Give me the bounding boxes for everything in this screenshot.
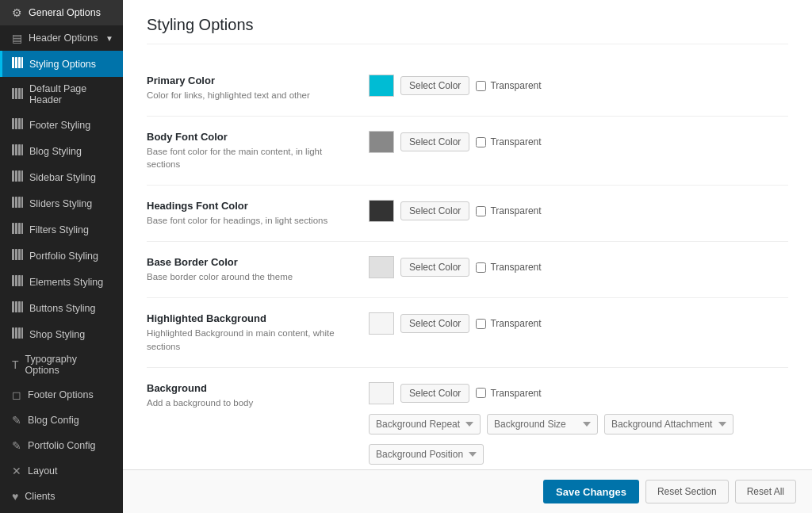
sidebar-item-portfolio-config[interactable]: ✎Portfolio Config [0,433,123,458]
color-row-primary-color: Select ColorTransparent [369,75,788,97]
option-label-col-base-border-color: Base Border ColorBase border color aroun… [147,256,353,283]
sidebar-item-label-footer-styling: Footer Styling [29,120,90,131]
options-container: Primary ColorColor for links, highlighte… [147,60,788,469]
transparent-label-background: Transparent [490,388,541,399]
blog-config-icon: ✎ [12,414,21,427]
option-row-base-border-color: Base Border ColorBase border color aroun… [147,242,788,298]
svg-rect-19 [21,170,23,182]
option-label-col-primary-color: Primary ColorColor for links, highlighte… [147,75,353,101]
svg-rect-26 [18,223,21,234]
transparent-wrap-background[interactable]: Transparent [476,388,541,399]
svg-rect-14 [18,144,21,155]
sidebar-item-portfolio-styling[interactable]: Portfolio Styling [0,243,123,269]
sidebar-item-styling-options[interactable]: Styling Options [0,51,123,77]
select-color-button-highlighted-background[interactable]: Select Color [400,314,469,333]
svg-rect-39 [21,301,23,312]
svg-rect-11 [21,118,23,129]
svg-rect-18 [18,170,21,182]
reset-all-button[interactable]: Reset All [735,480,796,503]
sliders-styling-icon [12,197,23,210]
page-title: Styling Options [147,16,788,44]
transparent-wrap-highlighted-background[interactable]: Transparent [476,318,541,329]
sidebar-item-footer-styling[interactable]: Footer Styling [0,112,123,138]
option-controls-base-border-color: Select ColorTransparent [369,256,788,278]
portfolio-styling-icon [12,249,23,262]
layout-icon: ✕ [12,465,21,477]
svg-rect-31 [21,249,23,260]
dropdown-bg-repeat[interactable]: Background Repeat [369,414,481,435]
footer-options-icon: ◻ [12,389,21,401]
transparent-checkbox-primary-color[interactable] [476,81,486,91]
svg-rect-10 [18,118,21,129]
transparent-checkbox-background[interactable] [476,388,486,398]
color-swatch-base-border-color[interactable] [369,256,394,278]
svg-rect-16 [12,170,14,182]
sidebar-item-buttons-styling[interactable]: Buttons Styling [0,295,123,321]
bottom-bar: Save Changes Reset Section Reset All [123,469,812,513]
sidebar-item-layout[interactable]: ✕Layout [0,458,123,484]
color-row-headings-font-color: Select ColorTransparent [369,200,788,222]
sidebar-item-default-page-header[interactable]: Default Page Header [0,77,123,112]
svg-rect-12 [12,144,14,155]
sidebar-item-filters-styling[interactable]: Filters Styling [0,216,123,243]
sidebar-item-label-buttons-styling: Buttons Styling [29,303,95,314]
option-label-base-border-color: Base Border Color [147,256,353,268]
footer-styling-icon [12,118,23,132]
transparent-wrap-primary-color[interactable]: Transparent [476,80,541,91]
sidebar-item-shop-styling[interactable]: Shop Styling [0,321,123,347]
sidebar-item-sliders-styling[interactable]: Sliders Styling [0,190,123,216]
svg-rect-28 [12,249,14,260]
option-row-background: BackgroundAdd a background to bodySelect… [147,368,788,469]
sidebar-item-label-clients: Clients [25,491,55,502]
transparent-wrap-headings-font-color[interactable]: Transparent [476,205,541,216]
option-label-body-font-color: Body Font Color [147,131,353,143]
transparent-checkbox-highlighted-background[interactable] [476,319,486,329]
color-swatch-headings-font-color[interactable] [369,200,394,222]
transparent-wrap-base-border-color[interactable]: Transparent [476,262,541,273]
elements-styling-icon [12,275,23,289]
transparent-wrap-body-font-color[interactable]: Transparent [476,136,541,147]
select-color-button-headings-font-color[interactable]: Select Color [400,201,469,220]
sidebar-item-blog-styling[interactable]: Blog Styling [0,138,123,164]
svg-rect-4 [12,88,14,99]
sidebar-item-label-portfolio-styling: Portfolio Styling [29,251,98,262]
sidebar-item-header-options[interactable]: ▤Header Options▼ [0,25,123,51]
sidebar-item-general-options[interactable]: ⚙General Options [0,0,123,25]
sidebar-item-blog-config[interactable]: ✎Blog Config [0,408,123,433]
sidebar-item-label-layout: Layout [28,465,58,477]
sidebar-item-footer-options[interactable]: ◻Footer Options [0,382,123,408]
svg-rect-22 [18,197,21,208]
transparent-checkbox-body-font-color[interactable] [476,137,486,147]
color-swatch-primary-color[interactable] [369,75,394,97]
sidebar-item-social-media[interactable]: 🐦Social Media [0,509,123,513]
svg-rect-43 [21,327,23,339]
save-changes-button[interactable]: Save Changes [543,480,639,503]
reset-section-button[interactable]: Reset Section [645,480,729,503]
option-controls-highlighted-background: Select ColorTransparent [369,312,788,335]
transparent-checkbox-base-border-color[interactable] [476,262,486,273]
option-label-col-highlighted-background: Highlighted BackgroundHighlighted Backgr… [147,312,353,352]
sidebar-item-sidebar-styling[interactable]: Sidebar Styling [0,164,123,190]
svg-rect-40 [12,327,14,339]
select-color-button-body-font-color[interactable]: Select Color [400,132,469,151]
select-color-button-primary-color[interactable]: Select Color [400,76,469,95]
select-color-button-base-border-color[interactable]: Select Color [400,258,469,277]
transparent-checkbox-headings-font-color[interactable] [476,206,486,216]
sidebar-item-label-blog-config: Blog Config [28,415,79,426]
select-color-button-background[interactable]: Select Color [400,384,469,403]
dropdown-bg-position[interactable]: Background Position [369,444,484,465]
dropdown-bg-size[interactable]: Background Size [487,414,598,435]
svg-rect-3 [21,57,23,68]
color-swatch-body-font-color[interactable] [369,131,394,153]
color-swatch-highlighted-background[interactable] [369,312,394,335]
sidebar-item-clients[interactable]: ♥Clients [0,484,123,509]
sidebar-item-elements-styling[interactable]: Elements Styling [0,269,123,295]
color-swatch-background[interactable] [369,382,394,404]
transparent-label-primary-color: Transparent [490,80,541,91]
svg-rect-37 [15,301,17,312]
svg-rect-29 [15,249,17,260]
sidebar-item-typography-options[interactable]: TTypography Options [0,347,123,382]
sidebar-item-label-header-options: Header Options [29,33,98,44]
dropdown-bg-attachment[interactable]: Background Attachment [604,414,733,435]
svg-rect-32 [12,275,14,286]
